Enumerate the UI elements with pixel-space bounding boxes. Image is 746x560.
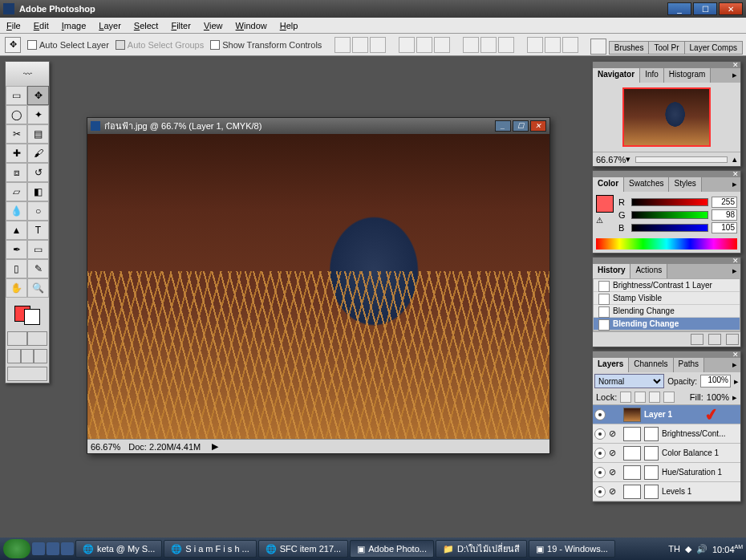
dist-bottom-icon[interactable] [498,37,514,53]
align-hcenter-icon[interactable] [416,37,432,53]
blend-mode-select[interactable]: Normal [594,374,664,388]
layer-mask[interactable] [644,465,659,480]
type-tool[interactable]: T [27,221,49,240]
eraser-tool[interactable]: ▱ [6,182,27,201]
panel-close-icon[interactable]: ✕ [732,170,739,178]
tab-layer-comps[interactable]: Layer Comps [684,41,743,55]
fill-flyout-icon[interactable]: ▸ [732,392,737,403]
link-icon[interactable]: ⊘ [609,448,620,459]
tab-histogram[interactable]: Histogram [664,68,712,83]
menu-edit[interactable]: Edit [27,19,55,32]
layer-mask[interactable] [644,485,659,499]
trash-icon[interactable] [726,334,739,345]
navigator-thumbnail[interactable] [622,87,711,147]
color-spectrum[interactable] [596,238,737,250]
g-slider[interactable] [631,211,708,219]
layer-thumbnail[interactable] [623,446,641,461]
tab-actions[interactable]: Actions [630,264,667,278]
zoom-in-icon[interactable]: ▴ [732,154,737,164]
document-titlebar[interactable]: ก๋อนฟ้า.jpg @ 66.7% (Layer 1, CMYK/8) _ … [87,118,549,134]
menu-select[interactable]: Select [128,19,165,32]
lock-pixels-icon[interactable] [635,392,646,403]
visibility-icon[interactable] [594,409,606,420]
color-swatches[interactable] [6,298,49,330]
taskbar-item[interactable]: 🌐SFC item 217... [258,540,348,558]
b-value[interactable]: 105 [712,222,737,233]
lock-all-icon[interactable] [663,392,675,403]
tab-paths[interactable]: Paths [674,358,705,372]
taskbar-item[interactable]: ▣Adobe Photo... [350,540,434,558]
layer-row[interactable]: ⊘ Hue/Saturation 1 [593,463,740,482]
menu-image[interactable]: Image [55,19,93,32]
brush-tool[interactable]: 🖌 [27,144,49,163]
window-minimize-button[interactable]: _ [667,2,691,15]
tab-history[interactable]: History [593,264,630,278]
dist-vcenter-icon[interactable] [480,37,497,53]
doc-close-button[interactable]: ✕ [530,120,546,132]
crop-tool[interactable]: ✂ [6,124,27,144]
doc-minimize-button[interactable]: _ [495,120,511,132]
tab-swatches[interactable]: Swatches [624,177,669,192]
quickmask-mode-icon[interactable] [27,331,47,346]
zoom-slider[interactable] [635,156,728,163]
pen-tool[interactable]: ✒ [6,240,27,259]
panel-close-icon[interactable]: ✕ [732,61,739,69]
link-icon[interactable]: ⊘ [609,428,620,440]
menu-file[interactable]: File [0,19,27,32]
align-vcenter-icon[interactable] [352,37,368,53]
shape-tool[interactable]: ▭ [27,240,49,259]
quicklaunch-icon[interactable] [61,542,74,555]
new-doc-from-state-icon[interactable] [691,334,703,345]
panel-menu-icon[interactable]: ▸ [729,68,740,83]
path-select-tool[interactable]: ▲ [6,221,27,240]
magic-wand-tool[interactable]: ✦ [27,105,49,124]
history-item[interactable]: Blending Change [594,318,740,331]
zoom-tool[interactable]: 🔍 [27,278,49,298]
tab-layers[interactable]: Layers [593,358,629,372]
menu-window[interactable]: Window [229,19,274,32]
lang-indicator[interactable]: TH [668,544,680,554]
visibility-icon[interactable] [594,428,606,440]
navigator-zoom[interactable]: 66.67% [596,155,626,164]
layer-row[interactable]: ⊘ Levels 1 [593,482,740,501]
taskbar-item[interactable]: 📁D:\ใบไม้เปลี่ยนสี [436,540,527,558]
layer-mask[interactable] [644,427,659,441]
tab-navigator[interactable]: Navigator [593,68,640,83]
dist-top-icon[interactable] [463,37,479,53]
history-brush-tool[interactable]: ↺ [27,163,49,182]
r-value[interactable]: 255 [712,197,737,208]
jump-to-imageready-icon[interactable] [7,367,47,381]
screen-full-menu-icon[interactable] [21,349,34,363]
background-color[interactable] [24,309,40,325]
taskbar-item[interactable]: 🌐S i a m F i s h ... [164,540,256,558]
zoom-out-icon[interactable]: ▾ [626,154,630,164]
window-close-button[interactable]: ✕ [719,2,743,15]
layer-mask[interactable] [644,446,659,461]
menu-help[interactable]: Help [274,19,305,32]
standard-mode-icon[interactable] [7,331,27,346]
panel-close-icon[interactable]: ✕ [732,257,739,265]
doc-size[interactable]: Doc: 2.20M/4.41M [128,442,201,452]
show-transform-checkbox[interactable]: Show Transform Controls [210,40,322,50]
visibility-icon[interactable] [594,467,606,478]
b-slider[interactable] [631,224,708,232]
layer-row[interactable]: ⊘ Brightness/Cont... [593,424,740,444]
auto-select-layer-checkbox[interactable]: Auto Select Layer [27,40,109,50]
tab-color[interactable]: Color [593,177,624,192]
document-canvas[interactable] [87,134,549,439]
layer-row[interactable]: Layer 1 ✔ [593,405,740,424]
eyedropper-tool[interactable]: ✎ [27,259,49,278]
panel-menu-icon[interactable]: ▸ [729,177,740,192]
taskbar-item[interactable]: ▣19 - Windows... [529,540,615,558]
align-bottom-icon[interactable] [370,37,386,53]
stamp-tool[interactable]: ⧈ [6,163,27,182]
lasso-tool[interactable]: ◯ [6,105,27,124]
blur-tool[interactable]: 💧 [6,201,27,221]
tab-channels[interactable]: Channels [629,358,673,372]
layer-thumbnail[interactable] [623,485,641,499]
panel-close-icon[interactable]: ✕ [732,351,739,359]
quicklaunch-icon[interactable] [47,542,59,555]
dist-hcenter-icon[interactable] [545,37,561,53]
opacity-flyout-icon[interactable]: ▸ [734,376,739,387]
zoom-value[interactable]: 66.67% [91,442,120,452]
